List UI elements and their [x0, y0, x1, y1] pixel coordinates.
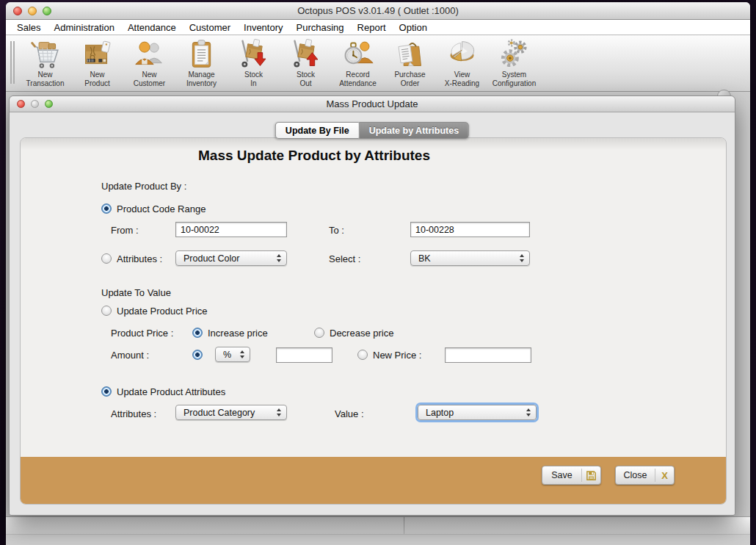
menu-purchasing[interactable]: Purchasing — [290, 22, 351, 33]
purchase-bag-icon — [393, 37, 426, 71]
statusbar-divider — [404, 517, 404, 534]
stepper-arrows-icon — [523, 408, 534, 416]
new-price-input[interactable] — [445, 347, 531, 363]
tab-update-by-file[interactable]: Update By File — [275, 122, 359, 139]
clipboard-icon — [185, 37, 218, 71]
menu-sales[interactable]: Sales — [10, 22, 48, 33]
toolbar-label: Purchase Order — [394, 71, 425, 87]
value-label: Value : — [335, 408, 364, 419]
save-button[interactable]: Save — [542, 466, 601, 485]
toolbar-record-attendance-button[interactable]: Record Attendance — [332, 35, 384, 90]
dialog-titlebar[interactable]: Mass Product Update — [10, 96, 735, 112]
attributes-dropdown[interactable]: Product Color — [175, 250, 287, 266]
tab-update-by-attributes[interactable]: Update by Attributes — [359, 122, 469, 139]
desktop: Octopus POS v3.01.49 ( Outlet :1000) Sal… — [0, 0, 756, 545]
toolbar: New Transaction New Product — [6, 35, 750, 92]
toolbar-new-transaction-button[interactable]: New Transaction — [19, 35, 71, 90]
customers-icon — [133, 37, 166, 71]
value-dropdown[interactable]: Laptop — [418, 405, 537, 420]
toolbar-label: Stock In — [244, 71, 263, 87]
update-product-price-label[interactable]: Update Product Price — [117, 306, 208, 317]
pie-chart-icon — [446, 37, 479, 71]
toolbar-system-configuration-button[interactable]: System Configuration — [488, 35, 540, 90]
amount-label: Amount : — [111, 350, 149, 361]
from-input[interactable] — [175, 222, 287, 237]
stepper-arrows-icon — [516, 254, 528, 262]
toolbar-label: Record Attendance — [339, 71, 377, 87]
toolbar-label: New Customer — [134, 71, 165, 87]
increase-price-radio[interactable] — [192, 328, 203, 338]
decrease-price-label[interactable]: Decrease price — [330, 328, 393, 339]
toolbar-purchase-order-button[interactable]: Purchase Order — [384, 35, 436, 90]
select-label: Select : — [329, 253, 360, 264]
from-label: From : — [111, 225, 139, 236]
dialog-content-panel — [20, 137, 727, 505]
toolbar-new-customer-button[interactable]: New Customer — [123, 35, 175, 90]
main-window-titlebar[interactable]: Octopus POS v3.01.49 ( Outlet :1000) — [6, 2, 750, 20]
toolbar-manage-inventory-button[interactable]: Manage Inventory — [175, 35, 228, 90]
attributes-option-label[interactable]: Attributes : — [117, 253, 162, 264]
toolbar-label: New Product — [84, 71, 109, 87]
toolbar-label: New Transaction — [26, 71, 65, 87]
tab-group: Update By File Update by Attributes — [275, 122, 469, 139]
dialog-title: Mass Product Update — [10, 98, 735, 109]
toolbar-label: System Configuration — [493, 71, 536, 87]
toolbar-label: View X-Reading — [445, 71, 479, 87]
update-to-value-label: Update To Value — [101, 287, 171, 298]
product-code-range-label[interactable]: Product Code Range — [117, 203, 206, 214]
menu-administration[interactable]: Administration — [48, 22, 121, 33]
menubar: Sales Administration Attendance Customer… — [6, 20, 750, 35]
main-window-title: Octopus POS v3.01.49 ( Outlet :1000) — [6, 5, 750, 16]
handtruck-down-icon — [237, 37, 270, 71]
new-price-label[interactable]: New Price : — [373, 350, 421, 361]
toolbar-new-product-button[interactable]: New Product — [71, 35, 123, 90]
select-dropdown[interactable]: BK — [410, 250, 530, 266]
increase-price-label[interactable]: Increase price — [208, 328, 268, 339]
menu-report[interactable]: Report — [351, 22, 393, 33]
menu-attendance[interactable]: Attendance — [121, 22, 183, 33]
toolbar-drag-handle[interactable] — [10, 41, 15, 84]
toolbar-label: Stock Out — [297, 71, 315, 87]
update-product-attributes-radio[interactable] — [101, 386, 112, 397]
to-input[interactable] — [410, 222, 530, 237]
attribute-category-dropdown[interactable]: Product Category — [175, 405, 287, 420]
mass-product-update-dialog: Mass Product Update Update By File Updat… — [9, 95, 735, 516]
update-product-price-radio[interactable] — [101, 306, 112, 316]
attendance-clock-icon — [341, 37, 374, 71]
update-product-attributes-label[interactable]: Update Product Attributes — [117, 386, 225, 397]
attributes2-label: Attributes : — [111, 408, 156, 419]
to-label: To : — [329, 225, 344, 236]
menu-inventory[interactable]: Inventory — [237, 22, 289, 33]
update-product-by-label: Update Product By : — [101, 181, 186, 192]
main-window-statusbar — [6, 516, 750, 535]
gears-icon — [498, 37, 531, 71]
amount-option-radio[interactable] — [192, 350, 203, 360]
amount-input[interactable] — [276, 347, 332, 363]
close-button[interactable]: Close X — [615, 466, 675, 485]
cart-icon — [29, 37, 62, 71]
product-code-range-radio[interactable] — [101, 203, 112, 214]
stepper-arrows-icon — [273, 408, 285, 416]
handtruck-up-icon — [289, 37, 322, 71]
close-x-icon: X — [655, 470, 674, 481]
dialog-heading: Mass Update Product by Attributes — [10, 148, 619, 164]
stepper-arrows-icon — [236, 350, 248, 358]
attributes-option-radio[interactable] — [101, 253, 112, 264]
product-price-label: Product Price : — [111, 328, 173, 339]
stepper-arrows-icon — [273, 254, 285, 262]
menu-option[interactable]: Option — [393, 22, 434, 33]
toolbar-view-x-reading-button[interactable]: View X-Reading — [436, 35, 488, 90]
toolbar-stock-out-button[interactable]: Stock Out — [280, 35, 332, 90]
toolbar-stock-in-button[interactable]: Stock In — [228, 35, 280, 90]
decrease-price-radio[interactable] — [314, 328, 324, 338]
percent-dropdown[interactable]: % — [215, 347, 250, 362]
toolbar-label: Manage Inventory — [186, 71, 217, 87]
menu-customer[interactable]: Customer — [183, 22, 237, 33]
product-box-icon — [81, 37, 114, 71]
new-price-radio[interactable] — [357, 350, 368, 360]
save-floppy-icon — [582, 470, 600, 481]
